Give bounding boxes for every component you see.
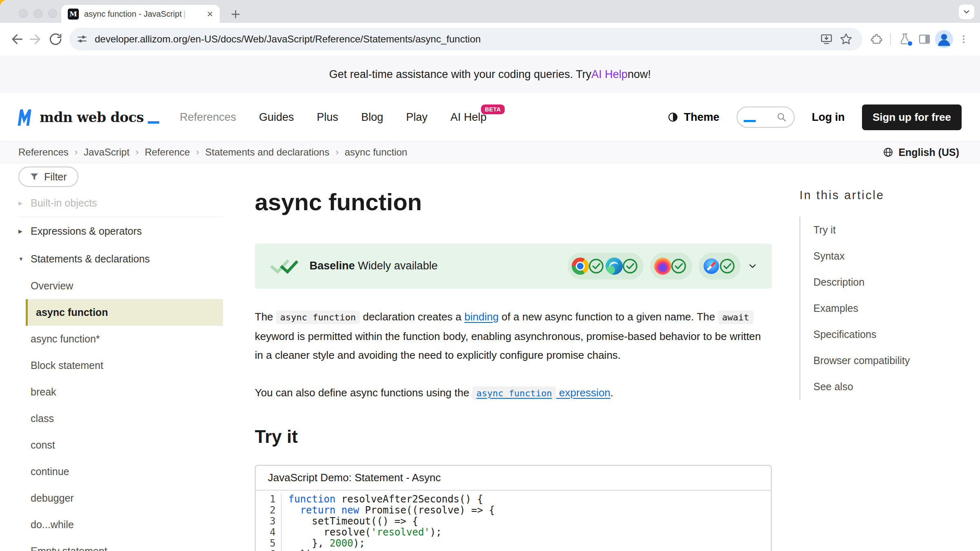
signup-button[interactable]: Sign up for free — [862, 104, 962, 130]
search-icon[interactable] — [775, 111, 788, 123]
side-panel-icon[interactable] — [915, 29, 934, 49]
toc-item-try-it[interactable]: Try it — [813, 217, 959, 243]
sidebar-list: ▶Built-in objects▶Expressions & operator… — [18, 189, 229, 551]
window-close-button[interactable] — [19, 9, 28, 18]
toc-item-browser-compatibility[interactable]: Browser compatibility — [813, 347, 959, 373]
nav-item-blog[interactable]: Blog — [361, 111, 383, 124]
breadcrumb-item-async-function[interactable]: async function — [345, 147, 407, 158]
mdn-wordmark: mdn web docs — [40, 109, 144, 125]
sidebar-item-const[interactable]: const — [18, 432, 229, 458]
breadcrumb-item-references[interactable]: References — [18, 147, 69, 158]
back-button[interactable] — [7, 29, 26, 49]
toc-item-see-also[interactable]: See also — [813, 373, 959, 400]
browser-tab[interactable]: M async function - JavaScript| × — [61, 5, 220, 23]
page-title: async function — [255, 189, 772, 216]
browser-menu-icon[interactable] — [954, 29, 973, 49]
browser-pill-safari — [699, 253, 741, 280]
line-number: 1 — [256, 494, 282, 505]
sidebar-item-break[interactable]: break — [18, 379, 229, 405]
nav-item-plus[interactable]: Plus — [317, 111, 339, 124]
text-link[interactable]: expression — [556, 387, 610, 399]
forward-button[interactable] — [26, 29, 46, 49]
code-line: 5 }, 2000); — [256, 538, 771, 549]
toc-link-see-also[interactable]: See also — [813, 381, 853, 393]
code-line: 1function resolveAfter2Seconds() { — [256, 494, 771, 505]
labs-flask-icon[interactable] — [895, 29, 915, 49]
login-button[interactable]: Log in — [809, 111, 847, 124]
text-link[interactable]: binding — [464, 311, 499, 323]
theme-button[interactable]: Theme — [664, 111, 722, 124]
sidebar-item-do-while[interactable]: do...while — [18, 511, 229, 538]
sidebar: Filter ▶Built-in objects▶Expressions & o… — [0, 163, 229, 551]
firefox-icon — [654, 258, 671, 275]
sidebar-section-built-in-objects[interactable]: ▶Built-in objects — [18, 189, 223, 217]
toc-link-try-it[interactable]: Try it — [813, 224, 836, 236]
nav-item-guides[interactable]: Guides — [259, 111, 294, 124]
mdn-logo[interactable]: mdn web docs — [18, 108, 159, 127]
reload-button[interactable] — [46, 29, 65, 49]
intro-paragraph: The async function declaration creates a… — [255, 307, 772, 364]
sidebar-item-empty-statement[interactable]: Empty statement — [18, 538, 229, 551]
tab-close-icon[interactable]: × — [207, 9, 213, 19]
inline-code: await — [718, 311, 753, 324]
site-settings-icon[interactable] — [76, 33, 88, 45]
bookmark-star-icon[interactable] — [836, 29, 856, 49]
sidebar-item-block-statement[interactable]: Block statement — [18, 352, 229, 379]
new-tab-button[interactable] — [229, 8, 242, 20]
second-paragraph: You can also define async functions usin… — [255, 383, 772, 403]
toolbar-divider — [890, 33, 891, 45]
nav-item-ai-help[interactable]: AI HelpBETA — [450, 111, 487, 124]
url-text[interactable]: developer.allizom.org/en-US/docs/Web/Jav… — [95, 33, 817, 45]
toc-item-examples[interactable]: Examples — [813, 295, 959, 321]
sidebar-item-debugger[interactable]: debugger — [18, 485, 229, 511]
toc-item-description[interactable]: Description — [813, 269, 959, 295]
breadcrumb-item-statements-and-declarations[interactable]: Statements and declarations — [205, 147, 330, 158]
profile-avatar[interactable] — [934, 29, 954, 49]
promo-text-after: now! — [628, 68, 651, 81]
sidebar-item-overview[interactable]: Overview — [18, 273, 229, 299]
demo-title: JavaScript Demo: Statement - Async — [256, 466, 771, 491]
url-bar[interactable]: developer.allizom.org/en-US/docs/Web/Jav… — [69, 28, 862, 51]
mdn-logo-underscore — [148, 121, 159, 124]
sidebar-item-continue[interactable]: continue — [18, 458, 229, 485]
toc-item-specifications[interactable]: Specifications — [813, 321, 959, 347]
window-minimize-button[interactable] — [33, 9, 42, 18]
mdn-logo-icon — [17, 108, 37, 127]
sidebar-section-statements-declarations[interactable]: ▼Statements & declarations — [18, 245, 229, 273]
ai-help-link[interactable]: AI Help — [591, 68, 628, 81]
promo-banner: Get real-time assistance with your codin… — [0, 56, 980, 93]
text-run: of a new async function to a given name.… — [499, 311, 718, 323]
code-editor[interactable]: 1function resolveAfter2Seconds() {2 retu… — [256, 491, 771, 551]
extensions-icon[interactable] — [866, 29, 886, 49]
tryit-heading: Try it — [255, 427, 772, 447]
baseline-expand-chevron-icon[interactable] — [747, 261, 758, 271]
line-number: 3 — [256, 516, 282, 527]
sidebar-item-class[interactable]: class — [18, 405, 229, 432]
breadcrumb-item-reference[interactable]: Reference — [145, 147, 190, 158]
sidebar-filter-button[interactable]: Filter — [18, 167, 78, 187]
toc-link-description[interactable]: Description — [813, 276, 864, 288]
code-text: function resolveAfter2Seconds() { — [282, 493, 483, 505]
language-button[interactable]: English (US) — [880, 146, 962, 159]
toc-list: Try itSyntaxDescriptionExamplesSpecifica… — [800, 217, 959, 400]
sidebar-section-expressions-operators[interactable]: ▶Expressions & operators — [18, 217, 229, 245]
search-caret — [744, 120, 756, 122]
breadcrumb-item-javascript[interactable]: JavaScript — [84, 147, 129, 158]
nav-item-play[interactable]: Play — [406, 111, 428, 124]
window-zoom-button[interactable] — [48, 9, 57, 18]
sidebar-item-async-function[interactable]: async function — [26, 299, 223, 326]
sidebar-item-async-function[interactable]: async function* — [18, 326, 229, 352]
toc-link-browser-compatibility[interactable]: Browser compatibility — [813, 355, 910, 367]
toc-link-syntax[interactable]: Syntax — [813, 250, 844, 262]
code-link[interactable]: async function — [472, 387, 556, 400]
mdn-favicon-icon: M — [68, 9, 79, 20]
search-input[interactable] — [737, 107, 795, 128]
nav-item-references[interactable]: References — [180, 111, 236, 124]
toc-item-syntax[interactable]: Syntax — [813, 243, 959, 269]
browser-support-icons — [568, 253, 741, 280]
tab-search-button[interactable] — [959, 4, 974, 19]
toc-link-specifications[interactable]: Specifications — [813, 329, 876, 340]
triangle-right-icon: ▶ — [18, 200, 24, 206]
install-app-icon[interactable] — [817, 29, 836, 49]
toc-link-examples[interactable]: Examples — [813, 302, 858, 314]
